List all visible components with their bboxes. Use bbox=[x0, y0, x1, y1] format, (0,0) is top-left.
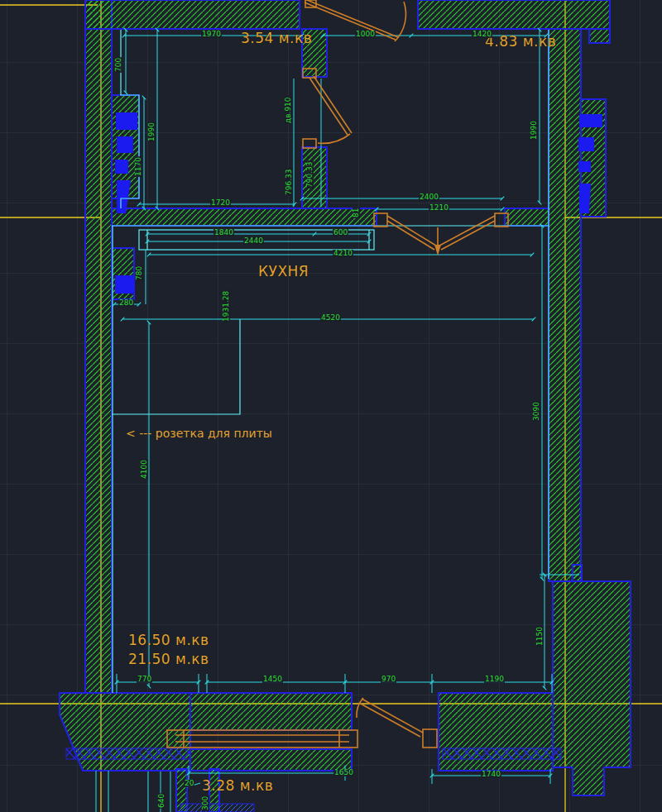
kitchen-casement-window bbox=[374, 213, 508, 256]
dimension-label: дв.910 bbox=[285, 96, 292, 124]
cad-model-space[interactable]: 3.54 м.кв 4.83 м.кв КУХНЯ 16.50 м.кв 21.… bbox=[0, 0, 662, 812]
dimension-label: 700 bbox=[115, 57, 122, 73]
dimension-label: 2400 bbox=[419, 193, 439, 201]
dimension-label: 1990 bbox=[148, 122, 156, 142]
dimension-label: 780 bbox=[136, 265, 143, 281]
dimension-label: 796.33 bbox=[285, 169, 293, 197]
stove-socket-note: < --- розетка для плиты bbox=[126, 427, 272, 440]
interior-door bbox=[303, 69, 352, 148]
room-area-label: 16.50 м.кв bbox=[128, 633, 209, 648]
dimension-label: 1000 bbox=[355, 31, 376, 38]
dimension-label: 1420 bbox=[472, 31, 492, 38]
balcony-hatch-box bbox=[180, 804, 254, 812]
room-area-label: 4.83 м.кв bbox=[485, 35, 556, 50]
dimension-label: 300 bbox=[202, 795, 209, 811]
floor-plan-drawing bbox=[0, 0, 662, 812]
dimension-label: 4100 bbox=[141, 459, 148, 480]
dimension-label: 280 bbox=[118, 299, 134, 307]
dimension-label: 600 bbox=[333, 229, 348, 236]
dimension-label: 4210 bbox=[333, 250, 353, 257]
dimension-label: 1970 bbox=[201, 31, 222, 38]
dimension-label: 1740 bbox=[481, 771, 501, 778]
room-area-label: 21.50 м.кв bbox=[128, 652, 209, 667]
dimension-label: 1931.28 bbox=[223, 290, 230, 322]
dimension-label: 1170 bbox=[135, 156, 142, 177]
dimension-label: 970 bbox=[381, 676, 396, 683]
bottom-window bbox=[167, 730, 357, 748]
dimension-label: 2440 bbox=[243, 237, 264, 245]
dimension-label: 1450 bbox=[262, 676, 283, 683]
doors-windows bbox=[167, 0, 508, 748]
dimension-label: 81 bbox=[353, 208, 360, 218]
dimension-label: 4520 bbox=[320, 314, 341, 322]
dimension-label: 1840 bbox=[213, 229, 234, 236]
dimension-label: 1190 bbox=[484, 676, 505, 683]
room-outlines bbox=[112, 30, 549, 693]
dimension-label: 3090 bbox=[533, 401, 540, 422]
dimension-label: 770 bbox=[137, 676, 152, 683]
dimension-label: 790.33 bbox=[306, 161, 314, 189]
dimension-label: 640 bbox=[158, 793, 166, 809]
dimension-label: 1990 bbox=[530, 120, 538, 141]
balcony-door bbox=[357, 698, 437, 748]
dimension-label: 1210 bbox=[429, 204, 449, 212]
dimension-label: 20 bbox=[184, 780, 194, 787]
room-area-label: 3.54 м.кв bbox=[241, 31, 312, 46]
dimension-label: 1720 bbox=[210, 199, 231, 207]
dimension-label: 1150 bbox=[536, 626, 544, 647]
dimension-label: 1650 bbox=[333, 769, 354, 776]
kitchen-label: КУХНЯ bbox=[258, 265, 309, 279]
room-area-label: 3.28 м.кв bbox=[202, 779, 273, 794]
